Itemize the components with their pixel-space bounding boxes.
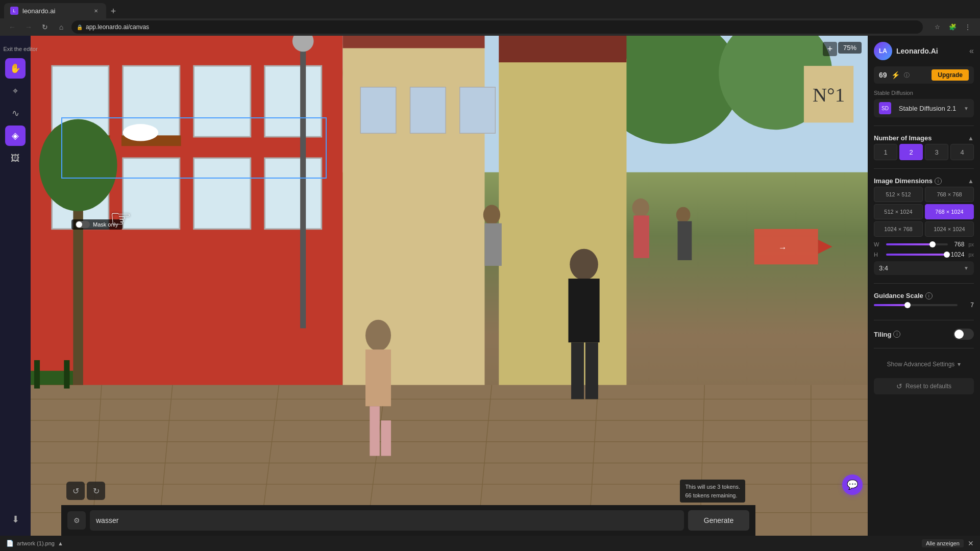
prompt-input[interactable] bbox=[90, 510, 684, 531]
guidance-slider-fill bbox=[874, 304, 908, 306]
tab-close-btn[interactable]: ✕ bbox=[92, 7, 100, 15]
guidance-slider-track[interactable] bbox=[874, 304, 958, 306]
tiling-info-icon: i bbox=[893, 331, 900, 338]
divider-4 bbox=[874, 320, 974, 320]
height-slider-thumb[interactable] bbox=[944, 252, 950, 258]
divider-3 bbox=[874, 283, 974, 284]
svg-rect-23 bbox=[499, 36, 626, 62]
num-images-title: Number of Images bbox=[874, 134, 932, 142]
dimensions-collapse-btn[interactable]: ▲ bbox=[968, 178, 974, 185]
app-container: ← Exit the editor ✋ ⌖ ∿ ◈ 🖼 ⬇ bbox=[0, 36, 980, 536]
svg-rect-18 bbox=[300, 44, 306, 328]
refresh-btn[interactable]: ↻ bbox=[39, 21, 51, 33]
svg-rect-48 bbox=[568, 279, 599, 342]
dim-btn-512x1024[interactable]: 512 × 1024 bbox=[874, 204, 923, 219]
dim-btn-768x768[interactable]: 768 × 768 bbox=[925, 187, 974, 202]
mask-toggle[interactable] bbox=[76, 221, 90, 228]
num-images-section: Number of Images ▲ 1 2 3 4 bbox=[874, 134, 974, 160]
back-btn[interactable]: ← bbox=[6, 21, 18, 33]
dimensions-grid: 512 × 512 768 × 768 512 × 1024 768 × 102… bbox=[874, 187, 974, 237]
guidance-scale-section: Guidance Scale i 7 bbox=[874, 292, 974, 312]
select-tool-btn[interactable]: ⌖ bbox=[5, 81, 26, 101]
image-icon: 🖼 bbox=[11, 153, 20, 164]
token-tooltip-line2: 66 tokens remaining. bbox=[685, 491, 740, 500]
tab-favicon: L bbox=[10, 7, 18, 15]
width-slider-row: W 768 px bbox=[874, 241, 974, 248]
info-icon: ⓘ bbox=[904, 71, 910, 79]
panel-collapse-btn[interactable]: « bbox=[969, 46, 974, 56]
toolbar-bottom: ⬇ bbox=[5, 509, 26, 530]
dim-btn-1024x768[interactable]: 1024 × 768 bbox=[874, 221, 923, 237]
fill-icon: ◈ bbox=[12, 130, 19, 141]
add-canvas-btn[interactable]: + bbox=[823, 42, 837, 56]
download-tool-btn[interactable]: ⬇ bbox=[5, 509, 26, 530]
dim-btn-1024x1024[interactable]: 1024 × 1024 bbox=[925, 221, 974, 237]
forward-btn[interactable]: → bbox=[22, 21, 35, 33]
guidance-scale-title: Guidance Scale bbox=[874, 292, 923, 299]
chat-icon: 💬 bbox=[847, 479, 858, 490]
mask-label: Mask only bbox=[71, 219, 122, 230]
status-close-btn[interactable]: ✕ bbox=[968, 539, 974, 547]
divider-1 bbox=[874, 126, 974, 126]
model-selector[interactable]: SD Stable Diffusion 2.1 ▼ bbox=[874, 99, 974, 117]
aspect-ratio-selector[interactable]: 3:4 ▼ bbox=[874, 261, 974, 275]
dim-btn-768x1024[interactable]: 768 × 1024 bbox=[925, 204, 974, 219]
bookmark-btn[interactable]: ☆ bbox=[931, 21, 943, 33]
svg-rect-8 bbox=[194, 66, 251, 137]
right-panel: LA Leonardo.Ai « 69 ⚡ ⓘ Upgrade Stable D… bbox=[868, 36, 980, 536]
width-slider-thumb[interactable] bbox=[929, 241, 936, 247]
token-tooltip: This will use 3 tokens. 66 tokens remain… bbox=[680, 480, 745, 503]
canvas-area[interactable]: N°1 → Mask only ☞ 75% + bbox=[31, 36, 868, 536]
show-all-btn[interactable]: Alle anzeigen bbox=[922, 539, 964, 547]
num-images-btn-4[interactable]: 4 bbox=[950, 144, 974, 160]
upgrade-btn[interactable]: Upgrade bbox=[932, 69, 969, 81]
chat-btn[interactable]: 💬 bbox=[842, 474, 863, 495]
settings-icon: ⚙ bbox=[74, 516, 80, 524]
hand-icon: ✋ bbox=[10, 63, 21, 74]
undo-btn[interactable]: ↺ bbox=[66, 482, 85, 500]
show-advanced-btn[interactable]: Show Advanced Settings ▾ bbox=[874, 357, 974, 372]
extensions-btn[interactable]: 🧩 bbox=[946, 21, 959, 33]
redo-icon: ↻ bbox=[93, 486, 100, 496]
status-file: 📄 artwork (1).png ▲ bbox=[6, 540, 63, 547]
num-images-btn-1[interactable]: 1 bbox=[874, 144, 897, 160]
hand-tool-btn[interactable]: ✋ bbox=[5, 58, 26, 79]
tiling-toggle[interactable] bbox=[953, 329, 974, 340]
divider-5 bbox=[874, 348, 974, 348]
num-images-btn-3[interactable]: 3 bbox=[925, 144, 948, 160]
home-btn[interactable]: ⌂ bbox=[55, 21, 67, 33]
height-slider-track[interactable] bbox=[886, 254, 947, 256]
redo-btn[interactable]: ↻ bbox=[87, 482, 105, 500]
file-icon: 📄 bbox=[6, 540, 14, 547]
svg-rect-11 bbox=[123, 158, 180, 229]
tiling-title: Tiling bbox=[874, 331, 891, 338]
image-tool-btn[interactable]: 🖼 bbox=[5, 148, 26, 168]
num-images-btn-2[interactable]: 2 bbox=[899, 144, 923, 160]
svg-point-43 bbox=[365, 320, 391, 351]
dim-btn-512x512[interactable]: 512 × 512 bbox=[874, 187, 923, 202]
token-count: 69 bbox=[879, 71, 887, 79]
prompt-settings-btn[interactable]: ⚙ bbox=[67, 511, 86, 530]
guidance-slider-thumb[interactable] bbox=[904, 302, 911, 308]
bottom-bar: ⚙ Generate bbox=[61, 505, 755, 536]
url-bar[interactable]: 🔒 app.leonardo.ai/canvas bbox=[71, 20, 923, 34]
aspect-ratio-value: 3:4 bbox=[879, 264, 888, 272]
width-slider-fill bbox=[886, 243, 933, 245]
svg-rect-54 bbox=[633, 215, 649, 258]
reset-defaults-btn[interactable]: ↺ Reset to defaults bbox=[874, 378, 974, 394]
fill-tool-btn[interactable]: ◈ bbox=[5, 126, 26, 146]
active-tab[interactable]: L leonardo.ai ✕ bbox=[4, 3, 106, 18]
new-tab-btn[interactable]: + bbox=[106, 4, 120, 18]
model-section: Stable Diffusion SD Stable Diffusion 2.1… bbox=[874, 90, 974, 117]
advanced-settings-label: Show Advanced Settings bbox=[887, 361, 955, 368]
svg-rect-21 bbox=[499, 59, 626, 399]
lasso-tool-btn[interactable]: ∿ bbox=[5, 103, 26, 123]
browser-chrome: L leonardo.ai ✕ + ← → ↻ ⌂ 🔒 app.leonardo… bbox=[0, 0, 980, 36]
menu-btn[interactable]: ⋮ bbox=[962, 21, 974, 33]
exit-editor-btn[interactable]: ← Exit the editor bbox=[0, 42, 41, 56]
height-slider-row: H 1024 px bbox=[874, 251, 974, 258]
num-images-collapse-btn[interactable]: ▲ bbox=[968, 135, 974, 142]
width-slider-track[interactable] bbox=[886, 243, 948, 245]
generate-btn[interactable]: Generate bbox=[688, 510, 749, 531]
svg-rect-22 bbox=[343, 36, 485, 48]
